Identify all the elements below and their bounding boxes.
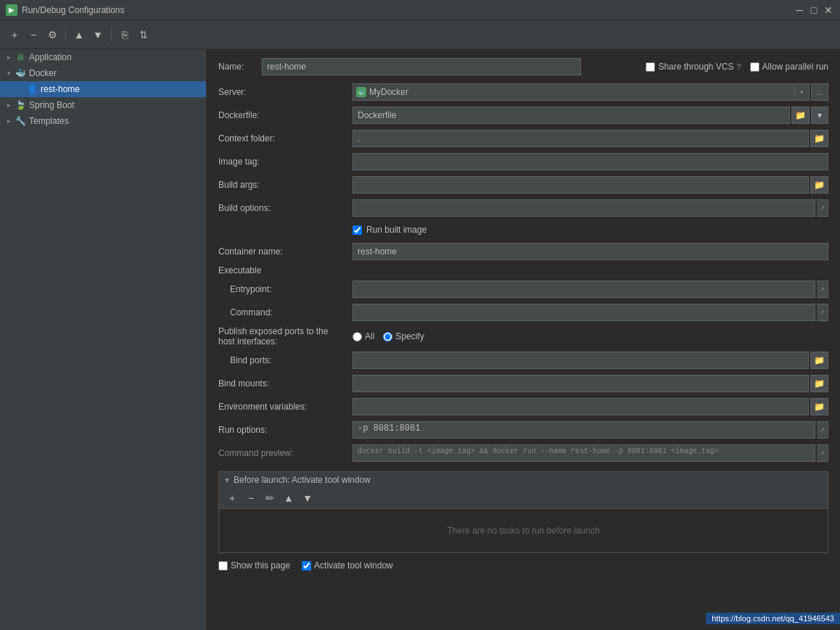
rest-home-icon: 👤 [26, 83, 38, 95]
build-options-label: Build options: [218, 203, 353, 213]
bind-mounts-browse-button[interactable]: 📁 [810, 375, 828, 392]
remove-config-button[interactable]: − [25, 26, 42, 43]
sort-button[interactable]: ⇅ [135, 26, 152, 43]
maximize-button[interactable]: □ [808, 4, 820, 16]
context-folder-label: Context folder: [218, 133, 353, 144]
docker-icon: 🐳 [15, 67, 26, 79]
container-name-input[interactable] [353, 243, 828, 260]
publish-ports-specify-radio[interactable] [383, 332, 392, 341]
toolbar-separator-1 [65, 28, 66, 42]
command-preview-control: docker build -t <image_tag> && docker ru… [353, 444, 828, 462]
move-up-button[interactable]: ▲ [70, 26, 88, 43]
before-launch-header[interactable]: ▾ Before launch: Activate tool window [219, 472, 828, 488]
image-tag-input[interactable] [353, 153, 828, 170]
command-preview-row: Command preview: docker build -t <image_… [218, 444, 828, 463]
dockerfile-input[interactable] [353, 107, 790, 124]
before-launch-remove-button[interactable]: − [242, 489, 260, 507]
show-this-page-label[interactable]: Show this page [218, 560, 290, 571]
publish-ports-all-label[interactable]: All [353, 331, 374, 341]
title-bar: ▶ Run/Debug Configurations ─ □ ✕ [0, 0, 840, 20]
build-options-expand-icon[interactable]: ↗ [817, 199, 828, 217]
run-built-image-label[interactable]: Run built image [366, 225, 427, 235]
bind-ports-browse-button[interactable]: 📁 [810, 352, 828, 369]
dockerfile-browse-button[interactable]: 📁 [791, 107, 810, 124]
build-options-input[interactable] [353, 199, 815, 217]
dockerfile-expand-button[interactable]: ▾ [811, 107, 828, 124]
activate-tool-window-label[interactable]: Activate tool window [302, 560, 393, 571]
context-folder-browse-button[interactable]: 📁 [810, 130, 828, 147]
share-vcs-checkbox[interactable] [646, 62, 655, 72]
context-folder-input[interactable] [353, 130, 809, 147]
window-controls: ─ □ ✕ [794, 4, 834, 16]
env-variables-browse-button[interactable]: 📁 [810, 398, 828, 415]
question-icon: ? [736, 62, 741, 71]
bind-mounts-input[interactable] [353, 375, 809, 392]
entrypoint-row: Entrypoint: ↗ [218, 280, 828, 299]
build-options-control: ↗ [353, 199, 828, 217]
show-this-page-checkbox[interactable] [218, 561, 228, 571]
command-expand-icon[interactable]: ↗ [817, 304, 828, 321]
env-variables-control: 📁 [353, 398, 828, 415]
tree-toggle-docker: ▾ [3, 67, 15, 79]
command-preview-expand-icon[interactable]: ↗ [817, 444, 828, 462]
before-launch-down-button[interactable]: ▼ [299, 489, 316, 507]
server-select[interactable]: 🐳 MyDocker ▾ [353, 83, 810, 101]
entrypoint-control: ↗ [353, 281, 828, 298]
before-launch-add-button[interactable]: + [223, 489, 241, 507]
before-launch-edit-button[interactable]: ✏ [261, 489, 279, 507]
command-label: Command: [218, 307, 353, 318]
publish-ports-radio-group: All Specify [353, 331, 424, 341]
sidebar-item-spring-boot[interactable]: ▸ 🍃 Spring Boot [0, 97, 206, 113]
window-title: Run/Debug Configurations [22, 5, 794, 15]
sidebar-item-application[interactable]: ▸ 🖥 Application [0, 49, 206, 65]
bind-mounts-row: Bind mounts: 📁 [218, 374, 828, 393]
run-options-control: -p 8081:8081 ↗ [353, 421, 828, 439]
publish-ports-all-radio[interactable] [353, 332, 362, 341]
run-built-image-checkbox[interactable] [353, 225, 362, 235]
server-dropdown-arrow[interactable]: ▾ [794, 83, 809, 101]
build-args-input[interactable] [353, 176, 809, 194]
dockerfile-label: Dockerfile: [218, 110, 353, 120]
dockerfile-control: 📁 ▾ [353, 107, 828, 124]
env-variables-input[interactable] [353, 398, 809, 415]
sidebar-item-templates[interactable]: ▸ 🔧 Templates [0, 113, 206, 129]
copy-button[interactable]: ⎘ [116, 26, 133, 43]
settings-button[interactable]: ⚙ [44, 26, 61, 43]
entrypoint-expand-icon[interactable]: ↗ [817, 281, 828, 298]
server-external-button[interactable]: ... [811, 83, 828, 101]
name-input[interactable] [262, 58, 581, 75]
minimize-button[interactable]: ─ [794, 4, 805, 16]
build-args-label: Build args: [218, 180, 353, 190]
move-down-button[interactable]: ▼ [89, 26, 107, 43]
before-launch-toolbar: + − ✏ ▲ ▼ [219, 488, 828, 509]
share-vcs-label[interactable]: Share through VCS ? [646, 62, 741, 72]
sidebar-item-rest-home[interactable]: 👤 rest-home [0, 81, 206, 97]
bind-ports-input[interactable] [353, 352, 809, 369]
sidebar-item-docker[interactable]: ▾ 🐳 Docker [0, 65, 206, 81]
entrypoint-input[interactable] [353, 281, 815, 298]
build-args-browse-button[interactable]: 📁 [810, 176, 828, 194]
server-value: MyDocker [369, 87, 791, 97]
server-docker-icon: 🐳 [356, 87, 366, 97]
image-tag-label: Image tag: [218, 157, 353, 167]
close-button[interactable]: ✕ [823, 4, 834, 16]
allow-parallel-checkbox[interactable] [750, 62, 759, 72]
publish-ports-label: Publish exposed ports to the host interf… [218, 326, 353, 347]
run-options-expand-icon[interactable]: ↗ [817, 421, 828, 439]
before-launch-up-button[interactable]: ▲ [280, 489, 297, 507]
activate-tool-window-checkbox[interactable] [302, 561, 311, 571]
add-config-button[interactable]: + [6, 26, 23, 43]
before-launch-content: There are no tasks to run before launch [219, 509, 828, 552]
bind-mounts-control: 📁 [353, 375, 828, 392]
sidebar: ▸ 🖥 Application ▾ 🐳 Docker 👤 rest-home ▸… [0, 49, 207, 630]
publish-ports-specify-label[interactable]: Specify [383, 331, 424, 341]
server-label: Server: [218, 87, 353, 97]
container-name-label: Container name: [218, 246, 353, 257]
toolbar-separator-2 [111, 28, 112, 42]
command-input[interactable] [353, 304, 815, 321]
before-launch-section: ▾ Before launch: Activate tool window + … [218, 471, 828, 553]
run-options-input[interactable]: -p 8081:8081 [353, 421, 815, 439]
allow-parallel-label[interactable]: Allow parallel run [750, 62, 828, 72]
container-name-row: Container name: [218, 242, 828, 261]
image-tag-control [353, 153, 828, 170]
